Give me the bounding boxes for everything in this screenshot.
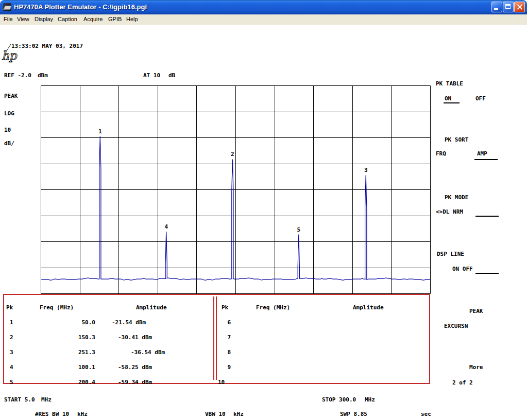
ref-level-label: REF -2.0 (4, 73, 31, 78)
col-header-pk: Pk (6, 305, 13, 310)
pk-table-on: ON (445, 96, 451, 101)
amp-cell: -21.54 dBm (112, 320, 146, 325)
freq-cell: 150.3 (59, 335, 95, 340)
col-header-freq: Freq (MHz) (40, 305, 74, 310)
pk-cell: 9 (215, 364, 231, 370)
col-header-freq-2: Freq (MHz) (256, 305, 290, 310)
freq-cell: 100.1 (59, 364, 95, 370)
pk-mode-underline (475, 216, 499, 217)
pk-sort-amp-underline (474, 159, 498, 160)
menu-bar: File View Display Caption Acquire GPIB H… (0, 14, 527, 25)
col-header-amplitude-2: Amplitude (353, 305, 384, 310)
col-header-pk-2: Pk (222, 305, 228, 310)
pk-cell: 6 (215, 320, 231, 325)
dsp-line-value: ON OFF (452, 266, 473, 272)
pk-table-on-underline (444, 102, 460, 103)
freq-cell: 50.0 (59, 320, 95, 325)
pk-cell: 3 (10, 349, 17, 355)
pk-table-label: PK TABLE (436, 81, 463, 86)
maximize-icon (505, 4, 511, 9)
scale-value-label: 10 (4, 127, 11, 133)
menu-item-view[interactable]: View (17, 16, 29, 22)
vbw-unit: kHz (233, 411, 244, 417)
attenuation-unit: dB (168, 73, 175, 78)
ref-level-unit: dBm (38, 73, 48, 78)
title-bar[interactable]: HP7470A Plotter Emulator - C:\\gpib16.pg… (0, 0, 527, 14)
spectrum-grid: 12345 (41, 85, 431, 294)
dsp-line-label: DSP LINE (437, 251, 464, 257)
peak-marker-label: 4 (162, 223, 171, 230)
vbw-label: VBW 10 (205, 411, 226, 417)
close-button[interactable] (514, 2, 525, 12)
detector-mode-label: PEAK (4, 93, 18, 99)
peak-marker-label: 3 (362, 167, 370, 173)
pk-sort-amp: AMP (477, 151, 487, 156)
pk-cell: 5 (10, 379, 17, 385)
page-indicator: 2 of 2 (452, 380, 473, 386)
window-icon[interactable] (3, 3, 11, 11)
amp-cell: -59.34 dBm (118, 379, 152, 385)
res-bw-unit: kHz (77, 411, 88, 417)
pk-table-off: OFF (475, 96, 486, 101)
dsp-line-underline (475, 273, 499, 274)
menu-item-caption[interactable]: Caption (58, 16, 77, 22)
freq-cell: 251.3 (59, 349, 95, 355)
sweep-time-unit: sec (421, 411, 431, 417)
minimize-button[interactable] (491, 2, 502, 12)
stop-freq-label: STOP 300.0 (322, 397, 356, 402)
spectrum-trace-svg (41, 85, 431, 294)
more-label: More (469, 364, 483, 370)
col-header-amplitude: Amplitude (136, 305, 167, 310)
pk-cell: 7 (215, 335, 231, 340)
svg-text:hp: hp (2, 49, 18, 62)
freq-cell: 200.4 (59, 379, 95, 385)
peak-marker-label: 2 (228, 151, 236, 157)
peak-excursn-label-1: PEAK (469, 308, 483, 314)
scale-type-label: LOG (4, 111, 14, 116)
start-freq-unit: MHz (41, 397, 52, 402)
minimize-icon (494, 8, 498, 10)
hp-logo: hp (1, 43, 25, 63)
pk-cell: 1 (10, 320, 17, 325)
start-freq-label: START 5.0 (4, 397, 35, 402)
amp-cell: -58.25 dBm (118, 364, 152, 370)
menu-item-display[interactable]: Display (35, 16, 53, 22)
attenuation-label: AT 10 (143, 73, 160, 78)
hp7470a-plotter-emulator-window: { "window": { "title": "HP7470A Plotter … (0, 0, 527, 420)
stop-freq-unit: MHz (365, 397, 375, 402)
menu-item-acquire[interactable]: Acquire (83, 16, 103, 22)
peak-marker-label: 5 (295, 226, 303, 233)
res-bw-label: #RES BW 10 (35, 411, 69, 417)
window-title: HP7470A Plotter Emulator - C:\\gpib16.pg… (14, 0, 147, 14)
amp-cell: -30.41 dBm (118, 335, 152, 340)
pk-cell: 2 (10, 335, 17, 340)
plotter-icon (3, 6, 11, 10)
pk-cell: 4 (10, 364, 17, 370)
amp-cell: -36.54 dBm (131, 349, 165, 355)
pk-sort-label: PK SORT (445, 137, 468, 143)
peak-excursn-label-2: EXCURSN (444, 323, 468, 329)
peak-marker-label: 1 (96, 128, 104, 135)
menu-item-file[interactable]: File (4, 16, 13, 22)
scale-unit-label: dB/ (4, 141, 14, 146)
pk-mode-label: PK MODE (445, 195, 468, 200)
peak-table: Pk Freq (MHz) Amplitude Pk Freq (MHz) Am… (3, 294, 430, 384)
pk-cell: 10 (218, 379, 225, 385)
menu-item-help[interactable]: Help (126, 16, 138, 22)
pk-cell: 8 (215, 349, 231, 355)
maximize-button[interactable] (503, 2, 514, 12)
pk-sort-frq: FRQ (436, 151, 446, 156)
pk-mode-value: <>DL NRM (436, 209, 463, 215)
sweep-time-label: SWP 8.85 (340, 411, 367, 417)
menu-item-gpib[interactable]: GPIB (108, 16, 122, 22)
